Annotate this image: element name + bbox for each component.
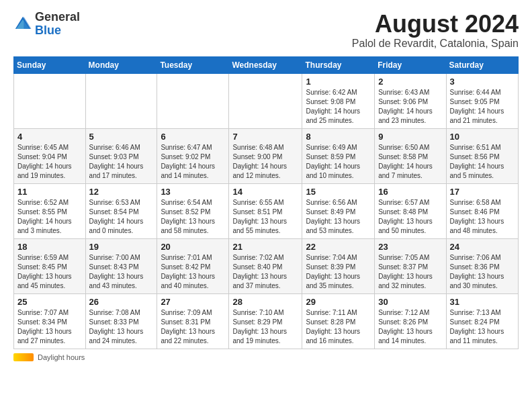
table-row: 27Sunrise: 7:09 AMSunset: 8:31 PMDayligh…: [157, 293, 229, 349]
logo: General Blue: [13, 11, 80, 38]
table-row: 9Sunrise: 6:50 AMSunset: 8:58 PMDaylight…: [375, 128, 446, 183]
footer: Daylight hours: [13, 353, 519, 361]
day-info: Sunrise: 6:46 AMSunset: 9:03 PMDaylight:…: [89, 143, 154, 181]
day-info: Sunrise: 6:53 AMSunset: 8:54 PMDaylight:…: [89, 198, 154, 236]
col-wednesday: Wednesday: [229, 56, 302, 73]
col-thursday: Thursday: [302, 56, 375, 73]
col-sunday: Sunday: [14, 56, 86, 73]
day-info: Sunrise: 6:58 AMSunset: 8:46 PMDaylight:…: [450, 198, 515, 236]
day-number: 10: [450, 132, 515, 142]
table-row: 2Sunrise: 6:43 AMSunset: 9:06 PMDaylight…: [375, 73, 446, 128]
day-number: 14: [232, 187, 298, 197]
day-info: Sunrise: 7:12 AMSunset: 8:26 PMDaylight:…: [378, 308, 442, 346]
table-row: 22Sunrise: 7:04 AMSunset: 8:39 PMDayligh…: [302, 238, 375, 293]
day-number: 15: [306, 187, 371, 197]
day-info: Sunrise: 7:13 AMSunset: 8:24 PMDaylight:…: [450, 308, 515, 346]
day-info: Sunrise: 6:48 AMSunset: 9:00 PMDaylight:…: [232, 143, 298, 181]
col-monday: Monday: [85, 56, 157, 73]
day-number: 3: [450, 77, 515, 87]
day-number: 20: [161, 242, 225, 252]
day-info: Sunrise: 6:50 AMSunset: 8:58 PMDaylight:…: [378, 143, 442, 181]
day-number: 28: [232, 297, 298, 307]
table-row: 15Sunrise: 6:56 AMSunset: 8:49 PMDayligh…: [302, 183, 375, 238]
table-row: 10Sunrise: 6:51 AMSunset: 8:56 PMDayligh…: [446, 128, 518, 183]
day-info: Sunrise: 6:59 AMSunset: 8:45 PMDaylight:…: [17, 253, 82, 291]
svg-marker-2: [24, 17, 31, 29]
day-info: Sunrise: 6:55 AMSunset: 8:51 PMDaylight:…: [232, 198, 298, 236]
table-row: 24Sunrise: 7:06 AMSunset: 8:36 PMDayligh…: [446, 238, 518, 293]
table-row: 26Sunrise: 7:08 AMSunset: 8:33 PMDayligh…: [85, 293, 157, 349]
table-row: 20Sunrise: 7:01 AMSunset: 8:42 PMDayligh…: [157, 238, 229, 293]
day-info: Sunrise: 6:47 AMSunset: 9:02 PMDaylight:…: [161, 143, 225, 181]
table-row: 23Sunrise: 7:05 AMSunset: 8:37 PMDayligh…: [375, 238, 446, 293]
day-info: Sunrise: 7:05 AMSunset: 8:37 PMDaylight:…: [378, 253, 442, 291]
logo-text: General Blue: [35, 11, 80, 38]
day-number: 30: [378, 297, 442, 307]
table-row: 8Sunrise: 6:49 AMSunset: 8:59 PMDaylight…: [302, 128, 375, 183]
day-number: 8: [306, 132, 371, 142]
table-row: 6Sunrise: 6:47 AMSunset: 9:02 PMDaylight…: [157, 128, 229, 183]
day-info: Sunrise: 7:00 AMSunset: 8:43 PMDaylight:…: [89, 253, 154, 291]
table-row: 14Sunrise: 6:55 AMSunset: 8:51 PMDayligh…: [229, 183, 302, 238]
calendar: Sunday Monday Tuesday Wednesday Thursday…: [13, 56, 519, 349]
day-info: Sunrise: 7:09 AMSunset: 8:31 PMDaylight:…: [161, 308, 225, 346]
day-number: 22: [306, 242, 371, 252]
day-info: Sunrise: 6:57 AMSunset: 8:48 PMDaylight:…: [378, 198, 442, 236]
day-number: 26: [89, 297, 154, 307]
table-row: [157, 73, 229, 128]
table-row: 28Sunrise: 7:10 AMSunset: 8:29 PMDayligh…: [229, 293, 302, 349]
table-row: 16Sunrise: 6:57 AMSunset: 8:48 PMDayligh…: [375, 183, 446, 238]
day-number: 21: [232, 242, 298, 252]
day-number: 5: [89, 132, 154, 142]
day-number: 2: [378, 77, 442, 87]
day-number: 6: [161, 132, 225, 142]
day-number: 23: [378, 242, 442, 252]
table-row: 4Sunrise: 6:45 AMSunset: 9:04 PMDaylight…: [14, 128, 86, 183]
day-info: Sunrise: 6:51 AMSunset: 8:56 PMDaylight:…: [450, 143, 515, 181]
day-number: 13: [161, 187, 225, 197]
day-info: Sunrise: 6:56 AMSunset: 8:49 PMDaylight:…: [306, 198, 371, 236]
day-number: 12: [89, 187, 154, 197]
day-number: 1: [306, 77, 371, 87]
title-block: August 2024 Palol de Revardit, Catalonia…: [352, 11, 519, 50]
day-info: Sunrise: 7:10 AMSunset: 8:29 PMDaylight:…: [232, 308, 298, 346]
logo-general: General: [35, 11, 80, 24]
day-info: Sunrise: 6:49 AMSunset: 8:59 PMDaylight:…: [306, 143, 371, 181]
day-info: Sunrise: 7:08 AMSunset: 8:33 PMDaylight:…: [89, 308, 154, 346]
table-row: 31Sunrise: 7:13 AMSunset: 8:24 PMDayligh…: [446, 293, 518, 349]
day-number: 24: [450, 242, 515, 252]
day-number: 31: [450, 297, 515, 307]
calendar-week-4: 18Sunrise: 6:59 AMSunset: 8:45 PMDayligh…: [14, 238, 519, 293]
col-tuesday: Tuesday: [157, 56, 229, 73]
calendar-week-5: 25Sunrise: 7:07 AMSunset: 8:34 PMDayligh…: [14, 293, 519, 349]
table-row: 18Sunrise: 6:59 AMSunset: 8:45 PMDayligh…: [14, 238, 86, 293]
calendar-week-3: 11Sunrise: 6:52 AMSunset: 8:55 PMDayligh…: [14, 183, 519, 238]
table-row: 3Sunrise: 6:44 AMSunset: 9:05 PMDaylight…: [446, 73, 518, 128]
day-info: Sunrise: 7:11 AMSunset: 8:28 PMDaylight:…: [306, 308, 371, 346]
table-row: [14, 73, 86, 128]
day-number: 11: [17, 187, 82, 197]
table-row: 30Sunrise: 7:12 AMSunset: 8:26 PMDayligh…: [375, 293, 446, 349]
calendar-header-row: Sunday Monday Tuesday Wednesday Thursday…: [14, 56, 519, 73]
header: General Blue August 2024 Palol de Revard…: [13, 11, 519, 50]
table-row: 7Sunrise: 6:48 AMSunset: 9:00 PMDaylight…: [229, 128, 302, 183]
day-info: Sunrise: 7:04 AMSunset: 8:39 PMDaylight:…: [306, 253, 371, 291]
day-number: 16: [378, 187, 442, 197]
calendar-week-2: 4Sunrise: 6:45 AMSunset: 9:04 PMDaylight…: [14, 128, 519, 183]
table-row: 5Sunrise: 6:46 AMSunset: 9:03 PMDaylight…: [85, 128, 157, 183]
table-row: 1Sunrise: 6:42 AMSunset: 9:08 PMDaylight…: [302, 73, 375, 128]
day-info: Sunrise: 6:54 AMSunset: 8:52 PMDaylight:…: [161, 198, 225, 236]
day-info: Sunrise: 7:01 AMSunset: 8:42 PMDaylight:…: [161, 253, 225, 291]
day-info: Sunrise: 7:02 AMSunset: 8:40 PMDaylight:…: [232, 253, 298, 291]
day-number: 17: [450, 187, 515, 197]
day-info: Sunrise: 6:52 AMSunset: 8:55 PMDaylight:…: [17, 198, 82, 236]
daylight-label: Daylight hours: [38, 353, 85, 361]
day-number: 27: [161, 297, 225, 307]
table-row: 25Sunrise: 7:07 AMSunset: 8:34 PMDayligh…: [14, 293, 86, 349]
day-info: Sunrise: 6:45 AMSunset: 9:04 PMDaylight:…: [17, 143, 82, 181]
table-row: 19Sunrise: 7:00 AMSunset: 8:43 PMDayligh…: [85, 238, 157, 293]
table-row: 13Sunrise: 6:54 AMSunset: 8:52 PMDayligh…: [157, 183, 229, 238]
table-row: 29Sunrise: 7:11 AMSunset: 8:28 PMDayligh…: [302, 293, 375, 349]
logo-icon: [13, 15, 32, 34]
daylight-bar-icon: [13, 353, 34, 361]
